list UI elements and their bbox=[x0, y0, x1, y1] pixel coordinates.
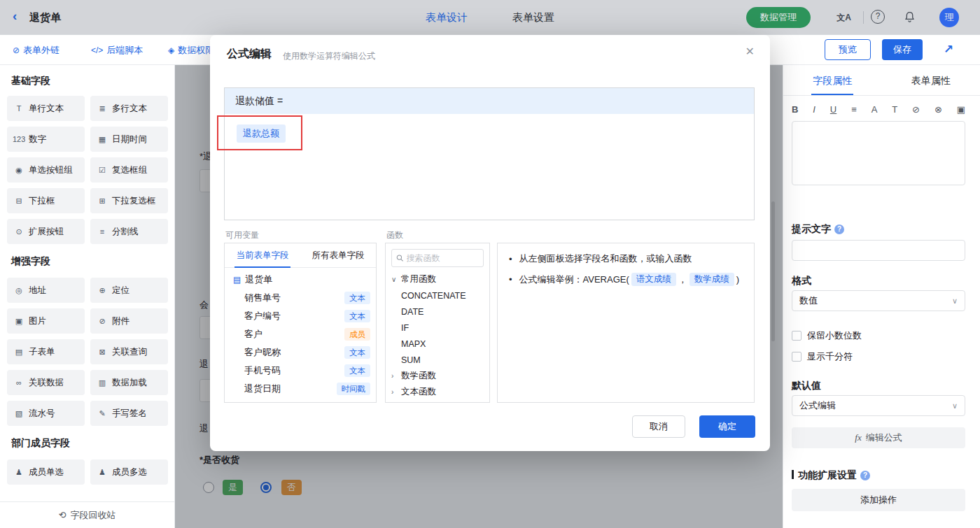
edit-formula-button[interactable]: fx编辑公式 bbox=[792, 427, 965, 448]
functions-panel: ∨ 常用函数 CONCATENATE DATE IF MAPX SUM › 数学… bbox=[385, 243, 490, 403]
attachment-icon: ⊘ bbox=[96, 317, 108, 326]
close-icon[interactable]: ✕ bbox=[746, 45, 755, 58]
link-icon: ⊘ bbox=[13, 45, 20, 55]
field-label: 下拉框 bbox=[29, 195, 55, 207]
hint-text-input[interactable] bbox=[792, 240, 965, 261]
function-item[interactable]: DATE bbox=[386, 304, 489, 320]
tab-field-properties[interactable]: 字段属性 bbox=[783, 65, 882, 95]
field-button[interactable]: ▤子表单 bbox=[7, 339, 85, 364]
help-icon[interactable]: ? bbox=[860, 471, 870, 480]
function-search-input[interactable] bbox=[407, 253, 479, 263]
extension-settings-label: 功能扩展设置 bbox=[798, 469, 857, 480]
variables-tabs: 当前表单字段 所有表单字段 bbox=[225, 243, 376, 268]
help-icon[interactable]: ? bbox=[834, 224, 844, 234]
field-recycle-bin[interactable]: ⟲ 字段回收站 bbox=[0, 501, 174, 528]
preview-button[interactable]: 预览 bbox=[825, 39, 871, 60]
field-button[interactable]: ▥数据加载 bbox=[90, 370, 168, 395]
field-button[interactable]: T单行文本 bbox=[7, 96, 85, 121]
add-action-button[interactable]: 添加操作 bbox=[792, 489, 965, 511]
variables-label: 可用变量 bbox=[225, 229, 259, 241]
field-label: 手写签名 bbox=[112, 408, 147, 420]
data-manage-button[interactable]: 数据管理 bbox=[746, 7, 811, 28]
richtext-editor[interactable] bbox=[792, 121, 965, 185]
field-button[interactable]: ⊕定位 bbox=[90, 278, 168, 303]
image-icon: ▣ bbox=[13, 317, 25, 326]
tab-form-settings[interactable]: 表单设置 bbox=[512, 11, 554, 24]
confirm-button[interactable]: 确定 bbox=[699, 415, 755, 438]
tab-all-form-fields[interactable]: 所有表单字段 bbox=[300, 243, 376, 267]
tab-form-design[interactable]: 表单设计 bbox=[426, 11, 468, 24]
tab-current-form-fields[interactable]: 当前表单字段 bbox=[225, 243, 300, 267]
default-value-select[interactable]: 公式编辑 ∨ bbox=[792, 395, 965, 416]
tab-form-properties[interactable]: 表单属性 bbox=[882, 65, 980, 95]
location-icon: ⊕ bbox=[96, 286, 108, 295]
field-button[interactable]: ▣图片 bbox=[7, 308, 85, 334]
function-group-common[interactable]: ∨ 常用函数 bbox=[386, 271, 489, 287]
function-name: CONCATENATE bbox=[401, 291, 466, 301]
function-item[interactable]: SUM bbox=[386, 352, 489, 368]
function-item[interactable]: IF bbox=[386, 320, 489, 336]
field-button[interactable]: ♟成员单选 bbox=[7, 459, 85, 485]
variable-name: 销售单号 bbox=[244, 292, 344, 304]
font-color-icon[interactable]: A bbox=[872, 104, 878, 115]
translate-icon[interactable]: 文A bbox=[836, 12, 851, 24]
field-button[interactable]: ◉单选按钮组 bbox=[7, 157, 85, 183]
decimal-checkbox[interactable]: 保留小数位数 bbox=[792, 329, 862, 342]
field-button[interactable]: ⊘附件 bbox=[90, 308, 168, 334]
field-button[interactable]: 123数字 bbox=[7, 127, 85, 152]
field-button[interactable]: ≡分割线 bbox=[90, 219, 168, 244]
field-button[interactable]: ⊟下拉框 bbox=[7, 188, 85, 213]
field-button[interactable]: ♟成员多选 bbox=[90, 459, 168, 485]
checkbox-box[interactable] bbox=[792, 331, 802, 341]
field-button[interactable]: ⊠关联查询 bbox=[90, 339, 168, 364]
field-button[interactable]: ✎手写签名 bbox=[90, 401, 168, 426]
checkbox-box[interactable] bbox=[792, 352, 802, 362]
align-icon[interactable]: ≡ bbox=[851, 104, 857, 115]
field-button[interactable]: ⊞下拉复选框 bbox=[90, 188, 168, 213]
dropdown-icon: ⊟ bbox=[13, 197, 25, 206]
save-button[interactable]: 保存 bbox=[882, 39, 923, 60]
field-button[interactable]: ∞关联数据 bbox=[7, 370, 85, 395]
field-button[interactable]: ⊙扩展按钮 bbox=[7, 219, 85, 244]
field-button[interactable]: ▦日期时间 bbox=[90, 127, 168, 152]
variable-item[interactable]: 客户 成员 bbox=[225, 325, 376, 343]
toolbar-item-backend-script[interactable]: </>后端脚本 bbox=[91, 44, 143, 57]
font-size-icon[interactable]: T bbox=[892, 104, 897, 115]
field-button[interactable]: ≣多行文本 bbox=[90, 96, 168, 121]
formula-input-area[interactable]: 退款总额 bbox=[225, 114, 754, 220]
underline-icon[interactable]: U bbox=[830, 104, 836, 115]
format-select[interactable]: 数值 ∨ bbox=[792, 290, 965, 311]
image-icon[interactable]: ▣ bbox=[957, 104, 965, 115]
toolbar-item-data-permission[interactable]: ◈数据权限 bbox=[168, 44, 214, 57]
toolbar-item-external-link[interactable]: ⊘表单外链 bbox=[13, 44, 59, 57]
unlink-icon[interactable]: ⊗ bbox=[934, 104, 942, 115]
bold-icon[interactable]: B bbox=[792, 104, 798, 115]
modal-title: 公式编辑 bbox=[227, 47, 272, 62]
chevron-right-icon: › bbox=[391, 372, 401, 380]
help-panel: 从左侧面板选择字段名和函数，或输入函数 公式编辑举例：AVERAGE( 语文成绩… bbox=[497, 243, 755, 403]
italic-icon[interactable]: I bbox=[813, 104, 816, 115]
function-group-math[interactable]: › 数学函数 bbox=[386, 368, 489, 384]
avatar[interactable]: 理 bbox=[939, 8, 959, 27]
link-icon[interactable]: ⊘ bbox=[912, 104, 920, 115]
share-button[interactable]: ↗ bbox=[938, 39, 959, 60]
variable-item[interactable]: 客户昵称 文本 bbox=[225, 343, 376, 362]
variable-item[interactable]: 手机号码 文本 bbox=[225, 362, 376, 380]
help-icon[interactable]: ? bbox=[871, 10, 885, 24]
function-item[interactable]: CONCATENATE bbox=[386, 287, 489, 304]
field-button[interactable]: ☑复选框组 bbox=[90, 157, 168, 183]
variable-item[interactable]: 销售单号 文本 bbox=[225, 289, 376, 307]
tree-root-return-order[interactable]: ▤ 退货单 bbox=[225, 271, 376, 289]
cancel-button[interactable]: 取消 bbox=[632, 415, 685, 438]
field-button[interactable]: ◎地址 bbox=[7, 278, 85, 303]
field-label: 多行文本 bbox=[112, 103, 147, 115]
field-button[interactable]: ▧流水号 bbox=[7, 401, 85, 426]
thousand-separator-checkbox[interactable]: 显示千分符 bbox=[792, 350, 853, 363]
function-group-text[interactable]: › 文本函数 bbox=[386, 384, 489, 400]
variable-item[interactable]: 客户编号 文本 bbox=[225, 307, 376, 325]
bell-icon[interactable] bbox=[904, 11, 916, 26]
variable-item[interactable]: 退货日期 时间戳 bbox=[225, 380, 376, 398]
decimal-checkbox-label: 保留小数位数 bbox=[807, 329, 862, 342]
function-item[interactable]: MAPX bbox=[386, 336, 489, 352]
document-icon: ▤ bbox=[233, 275, 241, 285]
